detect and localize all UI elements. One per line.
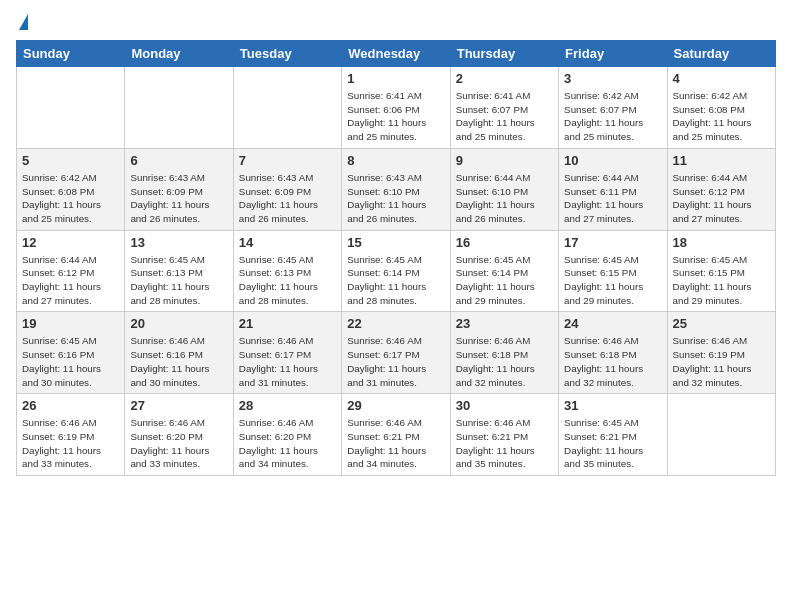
calendar-day-cell: 8Sunrise: 6:43 AM Sunset: 6:10 PM Daylig…	[342, 148, 450, 230]
day-number: 14	[239, 235, 336, 250]
calendar-day-cell: 25Sunrise: 6:46 AM Sunset: 6:19 PM Dayli…	[667, 312, 775, 394]
day-detail: Sunrise: 6:46 AM Sunset: 6:18 PM Dayligh…	[564, 334, 661, 389]
calendar-day-cell	[233, 67, 341, 149]
calendar-day-cell: 7Sunrise: 6:43 AM Sunset: 6:09 PM Daylig…	[233, 148, 341, 230]
day-number: 8	[347, 153, 444, 168]
calendar-week-row: 12Sunrise: 6:44 AM Sunset: 6:12 PM Dayli…	[17, 230, 776, 312]
calendar-day-cell: 19Sunrise: 6:45 AM Sunset: 6:16 PM Dayli…	[17, 312, 125, 394]
day-detail: Sunrise: 6:46 AM Sunset: 6:17 PM Dayligh…	[239, 334, 336, 389]
day-detail: Sunrise: 6:45 AM Sunset: 6:14 PM Dayligh…	[456, 253, 553, 308]
day-detail: Sunrise: 6:46 AM Sunset: 6:21 PM Dayligh…	[456, 416, 553, 471]
calendar-day-header: Friday	[559, 41, 667, 67]
day-number: 4	[673, 71, 770, 86]
calendar-day-cell: 18Sunrise: 6:45 AM Sunset: 6:15 PM Dayli…	[667, 230, 775, 312]
day-detail: Sunrise: 6:41 AM Sunset: 6:07 PM Dayligh…	[456, 89, 553, 144]
day-detail: Sunrise: 6:46 AM Sunset: 6:17 PM Dayligh…	[347, 334, 444, 389]
calendar-day-cell: 30Sunrise: 6:46 AM Sunset: 6:21 PM Dayli…	[450, 394, 558, 476]
page-header	[16, 16, 776, 30]
calendar-day-cell	[667, 394, 775, 476]
day-detail: Sunrise: 6:45 AM Sunset: 6:15 PM Dayligh…	[564, 253, 661, 308]
day-detail: Sunrise: 6:45 AM Sunset: 6:13 PM Dayligh…	[239, 253, 336, 308]
day-number: 25	[673, 316, 770, 331]
calendar-day-cell: 28Sunrise: 6:46 AM Sunset: 6:20 PM Dayli…	[233, 394, 341, 476]
calendar-week-row: 5Sunrise: 6:42 AM Sunset: 6:08 PM Daylig…	[17, 148, 776, 230]
logo-triangle-icon	[19, 14, 28, 30]
day-detail: Sunrise: 6:42 AM Sunset: 6:07 PM Dayligh…	[564, 89, 661, 144]
day-detail: Sunrise: 6:43 AM Sunset: 6:10 PM Dayligh…	[347, 171, 444, 226]
day-detail: Sunrise: 6:42 AM Sunset: 6:08 PM Dayligh…	[22, 171, 119, 226]
day-number: 5	[22, 153, 119, 168]
calendar-week-row: 26Sunrise: 6:46 AM Sunset: 6:19 PM Dayli…	[17, 394, 776, 476]
day-detail: Sunrise: 6:46 AM Sunset: 6:16 PM Dayligh…	[130, 334, 227, 389]
day-number: 17	[564, 235, 661, 250]
calendar-day-cell: 27Sunrise: 6:46 AM Sunset: 6:20 PM Dayli…	[125, 394, 233, 476]
calendar-day-cell	[125, 67, 233, 149]
day-detail: Sunrise: 6:41 AM Sunset: 6:06 PM Dayligh…	[347, 89, 444, 144]
day-detail: Sunrise: 6:44 AM Sunset: 6:11 PM Dayligh…	[564, 171, 661, 226]
calendar-day-header: Tuesday	[233, 41, 341, 67]
calendar-day-header: Monday	[125, 41, 233, 67]
day-number: 1	[347, 71, 444, 86]
day-number: 28	[239, 398, 336, 413]
day-number: 9	[456, 153, 553, 168]
calendar-day-cell: 10Sunrise: 6:44 AM Sunset: 6:11 PM Dayli…	[559, 148, 667, 230]
day-number: 27	[130, 398, 227, 413]
day-detail: Sunrise: 6:44 AM Sunset: 6:10 PM Dayligh…	[456, 171, 553, 226]
calendar-day-cell: 2Sunrise: 6:41 AM Sunset: 6:07 PM Daylig…	[450, 67, 558, 149]
day-detail: Sunrise: 6:46 AM Sunset: 6:19 PM Dayligh…	[673, 334, 770, 389]
day-detail: Sunrise: 6:46 AM Sunset: 6:19 PM Dayligh…	[22, 416, 119, 471]
calendar-day-cell: 17Sunrise: 6:45 AM Sunset: 6:15 PM Dayli…	[559, 230, 667, 312]
calendar-day-cell: 11Sunrise: 6:44 AM Sunset: 6:12 PM Dayli…	[667, 148, 775, 230]
day-number: 20	[130, 316, 227, 331]
calendar-day-cell	[17, 67, 125, 149]
day-detail: Sunrise: 6:46 AM Sunset: 6:21 PM Dayligh…	[347, 416, 444, 471]
calendar-day-header: Saturday	[667, 41, 775, 67]
calendar-day-cell: 6Sunrise: 6:43 AM Sunset: 6:09 PM Daylig…	[125, 148, 233, 230]
calendar-week-row: 1Sunrise: 6:41 AM Sunset: 6:06 PM Daylig…	[17, 67, 776, 149]
day-number: 16	[456, 235, 553, 250]
calendar-day-cell: 31Sunrise: 6:45 AM Sunset: 6:21 PM Dayli…	[559, 394, 667, 476]
day-number: 30	[456, 398, 553, 413]
day-detail: Sunrise: 6:45 AM Sunset: 6:21 PM Dayligh…	[564, 416, 661, 471]
calendar-day-cell: 13Sunrise: 6:45 AM Sunset: 6:13 PM Dayli…	[125, 230, 233, 312]
calendar-header-row: SundayMondayTuesdayWednesdayThursdayFrid…	[17, 41, 776, 67]
calendar-day-cell: 16Sunrise: 6:45 AM Sunset: 6:14 PM Dayli…	[450, 230, 558, 312]
day-number: 7	[239, 153, 336, 168]
day-number: 21	[239, 316, 336, 331]
day-detail: Sunrise: 6:45 AM Sunset: 6:16 PM Dayligh…	[22, 334, 119, 389]
day-number: 18	[673, 235, 770, 250]
day-number: 12	[22, 235, 119, 250]
calendar-day-cell: 29Sunrise: 6:46 AM Sunset: 6:21 PM Dayli…	[342, 394, 450, 476]
day-number: 3	[564, 71, 661, 86]
day-number: 29	[347, 398, 444, 413]
day-detail: Sunrise: 6:44 AM Sunset: 6:12 PM Dayligh…	[22, 253, 119, 308]
day-detail: Sunrise: 6:43 AM Sunset: 6:09 PM Dayligh…	[130, 171, 227, 226]
calendar-day-cell: 24Sunrise: 6:46 AM Sunset: 6:18 PM Dayli…	[559, 312, 667, 394]
calendar-week-row: 19Sunrise: 6:45 AM Sunset: 6:16 PM Dayli…	[17, 312, 776, 394]
calendar-day-cell: 9Sunrise: 6:44 AM Sunset: 6:10 PM Daylig…	[450, 148, 558, 230]
day-number: 26	[22, 398, 119, 413]
day-number: 15	[347, 235, 444, 250]
day-number: 6	[130, 153, 227, 168]
day-detail: Sunrise: 6:43 AM Sunset: 6:09 PM Dayligh…	[239, 171, 336, 226]
calendar-day-cell: 5Sunrise: 6:42 AM Sunset: 6:08 PM Daylig…	[17, 148, 125, 230]
day-detail: Sunrise: 6:45 AM Sunset: 6:15 PM Dayligh…	[673, 253, 770, 308]
calendar-day-cell: 20Sunrise: 6:46 AM Sunset: 6:16 PM Dayli…	[125, 312, 233, 394]
day-detail: Sunrise: 6:46 AM Sunset: 6:20 PM Dayligh…	[239, 416, 336, 471]
day-detail: Sunrise: 6:45 AM Sunset: 6:13 PM Dayligh…	[130, 253, 227, 308]
day-number: 31	[564, 398, 661, 413]
day-detail: Sunrise: 6:42 AM Sunset: 6:08 PM Dayligh…	[673, 89, 770, 144]
day-number: 11	[673, 153, 770, 168]
calendar-day-cell: 15Sunrise: 6:45 AM Sunset: 6:14 PM Dayli…	[342, 230, 450, 312]
calendar-day-cell: 1Sunrise: 6:41 AM Sunset: 6:06 PM Daylig…	[342, 67, 450, 149]
day-number: 22	[347, 316, 444, 331]
calendar-day-cell: 22Sunrise: 6:46 AM Sunset: 6:17 PM Dayli…	[342, 312, 450, 394]
day-number: 13	[130, 235, 227, 250]
calendar-day-cell: 4Sunrise: 6:42 AM Sunset: 6:08 PM Daylig…	[667, 67, 775, 149]
day-number: 23	[456, 316, 553, 331]
day-number: 2	[456, 71, 553, 86]
day-number: 19	[22, 316, 119, 331]
day-detail: Sunrise: 6:46 AM Sunset: 6:18 PM Dayligh…	[456, 334, 553, 389]
calendar-day-header: Sunday	[17, 41, 125, 67]
calendar-day-cell: 23Sunrise: 6:46 AM Sunset: 6:18 PM Dayli…	[450, 312, 558, 394]
